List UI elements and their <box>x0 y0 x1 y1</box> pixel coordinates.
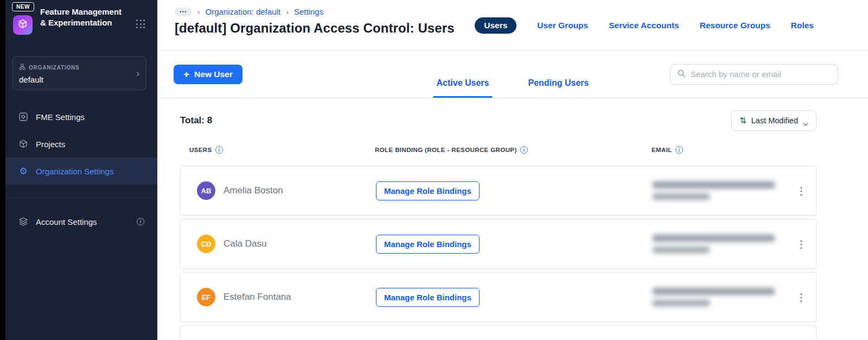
plus-icon: + <box>183 70 189 79</box>
info-icon[interactable]: i <box>675 146 683 154</box>
avatar: EF <box>197 288 215 306</box>
toolbar: + New User Active Users Pending Users <box>157 51 868 98</box>
role-binding-cell: Manage Role Bindings <box>376 288 653 307</box>
sidebar-item-label: Account Settings <box>36 217 97 226</box>
layers-icon <box>18 217 28 226</box>
email-cell <box>653 235 794 253</box>
search-box[interactable] <box>670 64 838 85</box>
role-binding-cell: Manage Role Bindings <box>376 235 653 254</box>
projects-icon <box>18 139 28 149</box>
table-row: EF Estefan Fontana Manage Role Bindings … <box>180 272 816 322</box>
app-window: NEW Feature Management & Experimentation <box>0 0 868 340</box>
user-cell: EF Estefan Fontana <box>197 288 376 306</box>
row-menu-button[interactable]: ⋮ <box>794 186 808 196</box>
list-controls: Total: 8 ⇅ Last Modified <box>180 110 816 131</box>
organizations-label: ORGANIZATIONS <box>29 65 80 71</box>
user-name: Amelia Boston <box>224 185 283 196</box>
column-header-role-binding: ROLE BINDING (ROLE - RESOURCE GROUP) i <box>375 146 652 154</box>
org-hierarchy-icon <box>19 62 25 72</box>
fme-settings-icon <box>18 112 28 122</box>
breadcrumb: ••• › Organization: default › Settings <box>175 7 455 16</box>
info-icon[interactable]: i <box>215 146 223 154</box>
info-icon[interactable]: i <box>520 146 528 154</box>
sidebar-item-account-settings[interactable]: Account Settings i <box>5 208 157 235</box>
manage-role-bindings-button[interactable]: Manage Role Bindings <box>376 288 480 307</box>
new-user-button-label: New User <box>194 70 233 79</box>
sidebar: NEW Feature Management & Experimentation <box>5 0 157 340</box>
screen-edge <box>0 0 5 340</box>
sort-dropdown[interactable]: ⇅ Last Modified <box>731 110 816 131</box>
tab-roles[interactable]: Roles <box>791 18 814 30</box>
user-cell: AB Amelia Boston <box>197 181 376 200</box>
chevron-down-icon <box>803 119 808 122</box>
app-switcher-icon[interactable] <box>136 20 145 29</box>
breadcrumb-separator-icon: › <box>286 7 289 16</box>
sort-label: Last Modified <box>751 116 798 125</box>
breadcrumb-separator-icon: › <box>197 7 200 16</box>
sidebar-item-projects[interactable]: Projects <box>5 130 157 158</box>
page-header: ••• › Organization: default › Settings [… <box>157 0 868 51</box>
avatar: AB <box>197 181 215 200</box>
chevron-right-icon: › <box>136 68 139 78</box>
sidebar-divider <box>5 198 157 198</box>
table-row: CD Cala Dasu Manage Role Bindings ⋮ <box>180 219 816 269</box>
user-cell: CD Cala Dasu <box>197 235 376 253</box>
tab-active-users[interactable]: Active Users <box>433 78 493 98</box>
total-count: Total: 8 <box>180 115 212 126</box>
sidebar-item-label: FME Settings <box>36 112 85 122</box>
user-rows: AB Amelia Boston Manage Role Bindings ⋮ <box>180 166 816 340</box>
table-header-row: USERS i ROLE BINDING (ROLE - RESOURCE GR… <box>180 146 816 154</box>
users-list-section: Total: 8 ⇅ Last Modified USERS i ROLE BI… <box>157 98 868 340</box>
redacted-email <box>653 235 794 253</box>
search-icon <box>677 69 686 80</box>
main-area: ••• › Organization: default › Settings [… <box>157 0 868 340</box>
sort-icon: ⇅ <box>739 116 746 125</box>
new-badge: NEW <box>12 2 34 11</box>
row-menu-button[interactable]: ⋮ <box>794 292 808 303</box>
sidebar-nav: FME Settings Projects ⚙ Organization Set… <box>5 103 157 235</box>
page-title: [default] Organization Access Control: U… <box>175 21 455 36</box>
row-menu-button[interactable]: ⋮ <box>794 239 808 249</box>
tab-resource-groups[interactable]: Resource Groups <box>700 18 770 30</box>
tab-user-groups[interactable]: User Groups <box>537 18 588 30</box>
tab-pending-users[interactable]: Pending Users <box>525 78 592 98</box>
product-logo[interactable] <box>13 15 33 35</box>
column-header-email: EMAIL i <box>652 146 816 154</box>
header-left: ••• › Organization: default › Settings [… <box>175 7 455 50</box>
tab-users[interactable]: Users <box>475 17 516 34</box>
search-input[interactable] <box>691 70 831 79</box>
redacted-email <box>653 181 794 200</box>
email-cell <box>653 181 794 200</box>
sidebar-item-label: Organization Settings <box>36 167 113 176</box>
sidebar-header: NEW Feature Management & Experimentation <box>5 0 157 52</box>
user-name: Cala Dasu <box>224 238 266 249</box>
product-title: Feature Management & Experimentation <box>40 7 126 28</box>
user-name: Estefan Fontana <box>224 292 291 303</box>
table-row-partial <box>180 325 816 340</box>
role-binding-cell: Manage Role Bindings <box>376 181 653 200</box>
avatar: CD <box>197 235 215 253</box>
access-control-nav: Users User Groups Service Accounts Resou… <box>475 18 814 50</box>
breadcrumb-link-organization[interactable]: Organization: default <box>206 7 280 16</box>
organization-value: default <box>19 75 139 84</box>
organization-selector[interactable]: ORGANIZATIONS default › <box>12 56 146 90</box>
sidebar-item-organization-settings[interactable]: ⚙ Organization Settings <box>5 158 157 185</box>
table-row: AB Amelia Boston Manage Role Bindings ⋮ <box>180 166 816 216</box>
gear-icon: ⚙ <box>18 167 28 176</box>
cube-logo-icon <box>17 18 28 32</box>
user-state-tabs: Active Users Pending Users <box>433 78 592 98</box>
manage-role-bindings-button[interactable]: Manage Role Bindings <box>376 181 480 200</box>
column-header-users: USERS i <box>189 146 375 154</box>
sidebar-item-fme-settings[interactable]: FME Settings <box>5 103 157 130</box>
redacted-email <box>653 288 794 306</box>
breadcrumb-ellipsis-button[interactable]: ••• <box>175 8 192 16</box>
manage-role-bindings-button[interactable]: Manage Role Bindings <box>376 235 480 254</box>
new-user-button[interactable]: + New User <box>174 65 242 84</box>
email-cell <box>653 288 794 306</box>
sidebar-item-label: Projects <box>36 140 65 149</box>
info-icon[interactable]: i <box>137 218 144 225</box>
tab-service-accounts[interactable]: Service Accounts <box>609 18 679 30</box>
breadcrumb-link-settings[interactable]: Settings <box>294 7 323 16</box>
